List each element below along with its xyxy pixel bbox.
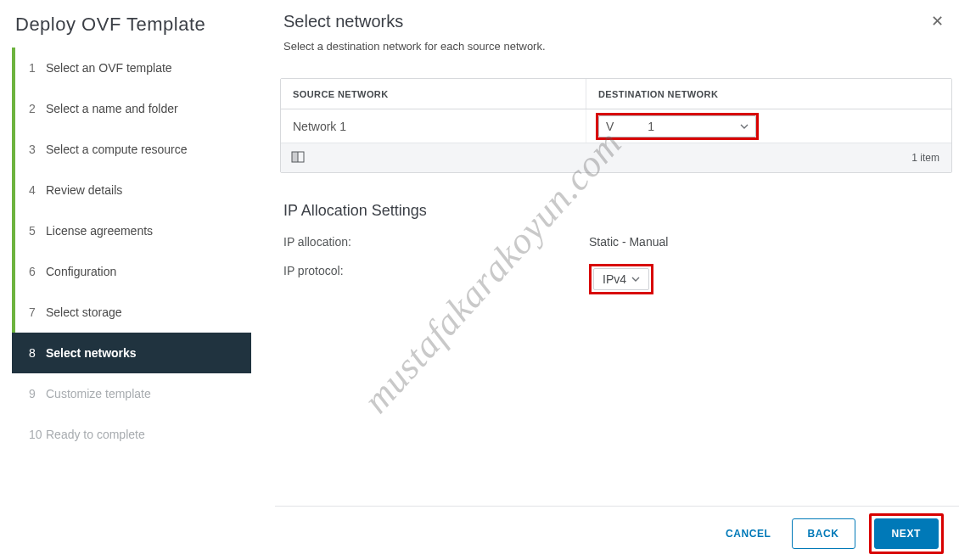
step-1[interactable]: 1Select an OVF template: [12, 48, 251, 88]
page-title: Select networks: [283, 12, 959, 31]
step-label: Review details: [46, 183, 122, 197]
step-2[interactable]: 2Select a name and folder: [12, 88, 251, 129]
main-panel: ✕ Select networks Select a destination n…: [275, 0, 959, 560]
columns-icon[interactable]: [291, 150, 305, 164]
step-5[interactable]: 5License agreements: [12, 210, 251, 251]
wizard-title: Deploy OVF Template: [0, 0, 255, 54]
step-label: Configuration: [46, 265, 116, 278]
step-10: 10Ready to complete: [12, 414, 251, 455]
ip-protocol-select[interactable]: IPv4: [593, 268, 649, 290]
page-subtitle: Select a destination network for each so…: [283, 40, 959, 53]
step-label: Select storage: [46, 305, 122, 319]
table-footer: 1 item: [281, 143, 951, 172]
step-label: Select networks: [46, 346, 137, 360]
row-count: 1 item: [911, 152, 939, 164]
step-label: Select a compute resource: [46, 143, 188, 156]
dest-select-value-right: 1: [648, 120, 654, 133]
cancel-button[interactable]: CANCEL: [719, 519, 778, 548]
step-7[interactable]: 7Select storage: [12, 292, 251, 333]
destination-network-cell: V 1: [586, 109, 951, 143]
chevron-down-icon: [740, 122, 749, 131]
step-label: Select an OVF template: [46, 61, 172, 75]
ip-protocol-value: IPv4: [603, 272, 626, 286]
step-label: Select a name and folder: [46, 102, 178, 115]
ip-allocation-heading: IP Allocation Settings: [283, 202, 959, 220]
step-4[interactable]: 4Review details: [12, 170, 251, 210]
step-6[interactable]: 6Configuration: [12, 251, 251, 292]
step-9: 9Customize template: [12, 373, 251, 414]
step-label: Customize template: [46, 387, 151, 400]
wizard-footer: CANCEL BACK NEXT: [275, 506, 959, 560]
ip-allocation-value: Static - Manual: [589, 235, 668, 249]
destination-network-select[interactable]: V 1: [598, 115, 756, 137]
col-destination-network: Destination Network: [586, 89, 951, 99]
ip-allocation-label: IP allocation:: [283, 235, 589, 249]
back-button[interactable]: BACK: [792, 518, 855, 549]
dest-select-value-left: V: [606, 120, 614, 133]
svg-rect-2: [292, 152, 298, 162]
ip-protocol-label: IP protocol:: [283, 264, 589, 294]
step-3[interactable]: 3Select a compute resource: [12, 129, 251, 170]
next-button[interactable]: NEXT: [874, 518, 939, 549]
table-row: Network 1 V 1: [281, 109, 951, 143]
step-label: Ready to complete: [46, 428, 145, 441]
col-source-network: Source Network: [281, 79, 586, 109]
table-header: Source Network Destination Network: [281, 79, 951, 109]
chevron-down-icon: [631, 275, 640, 283]
network-mapping-table: Source Network Destination Network Netwo…: [280, 78, 952, 173]
step-label: License agreements: [46, 224, 153, 238]
close-icon[interactable]: ✕: [931, 12, 944, 31]
step-8[interactable]: 8Select networks: [12, 333, 251, 373]
wizard-sidebar: Deploy OVF Template 1Select an OVF templ…: [0, 0, 255, 560]
source-network-cell: Network 1: [281, 109, 586, 143]
wizard-steps: 1Select an OVF template 2Select a name a…: [12, 48, 251, 455]
